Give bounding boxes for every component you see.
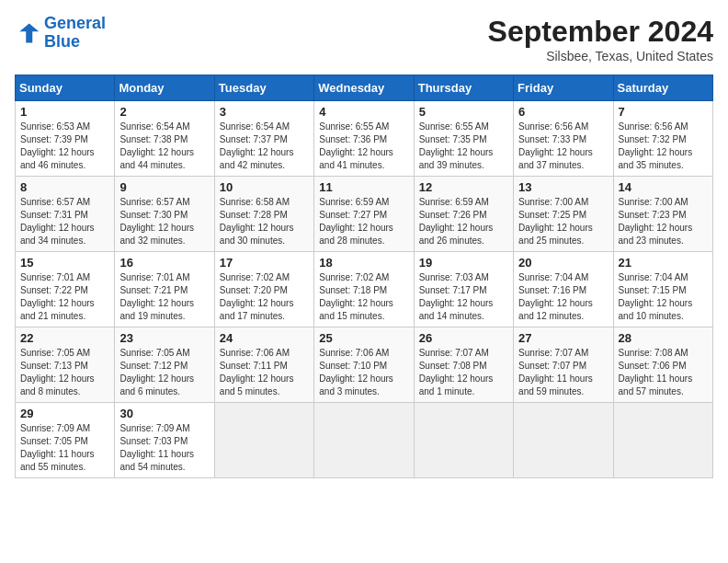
calendar-cell: 13 Sunrise: 7:00 AM Sunset: 7:25 PM Dayl… (514, 177, 613, 252)
cell-content: Sunrise: 7:05 AM Sunset: 7:12 PM Dayligh… (119, 347, 209, 398)
calendar-cell: 5 Sunrise: 6:55 AM Sunset: 7:35 PM Dayli… (414, 101, 513, 177)
cell-content: Sunrise: 6:56 AM Sunset: 7:32 PM Dayligh… (619, 121, 708, 172)
calendar-cell: 2 Sunrise: 6:54 AM Sunset: 7:38 PM Dayli… (115, 101, 214, 177)
sunrise-label: Sunrise: 7:07 AM (419, 348, 489, 358)
sunset-label: Sunset: 7:22 PM (20, 285, 88, 295)
calendar-cell: 29 Sunrise: 7:09 AM Sunset: 7:05 PM Dayl… (16, 403, 115, 478)
calendar-cell: 3 Sunrise: 6:54 AM Sunset: 7:37 PM Dayli… (214, 101, 313, 177)
day-number: 14 (619, 180, 708, 194)
daylight-label: Daylight: 12 hours and 3 minutes. (319, 373, 393, 396)
cell-content: Sunrise: 6:56 AM Sunset: 7:33 PM Dayligh… (518, 121, 608, 172)
day-header-saturday: Saturday (613, 75, 712, 101)
calendar-cell (613, 403, 712, 478)
cell-content: Sunrise: 7:09 AM Sunset: 7:03 PM Dayligh… (119, 422, 209, 474)
cell-content: Sunrise: 7:09 AM Sunset: 7:05 PM Dayligh… (20, 422, 109, 474)
day-number: 1 (20, 105, 109, 119)
day-number: 22 (20, 331, 109, 345)
day-number: 5 (419, 105, 508, 119)
sunrise-label: Sunrise: 7:05 AM (119, 348, 189, 358)
daylight-label: Daylight: 12 hours and 32 minutes. (119, 223, 194, 246)
calendar-cell: 7 Sunrise: 6:56 AM Sunset: 7:32 PM Dayli… (613, 101, 712, 177)
daylight-label: Daylight: 12 hours and 23 minutes. (619, 223, 693, 246)
day-number: 23 (119, 331, 209, 345)
calendar-cell: 8 Sunrise: 6:57 AM Sunset: 7:31 PM Dayli… (16, 177, 115, 252)
daylight-label: Daylight: 12 hours and 12 minutes. (518, 298, 593, 321)
day-number: 24 (220, 331, 309, 345)
sunrise-label: Sunrise: 7:09 AM (119, 423, 189, 433)
day-number: 13 (518, 180, 608, 194)
daylight-label: Daylight: 12 hours and 21 minutes. (20, 298, 95, 321)
calendar-cell (314, 403, 414, 478)
calendar-cell: 16 Sunrise: 7:01 AM Sunset: 7:21 PM Dayl… (115, 252, 214, 327)
cell-content: Sunrise: 7:07 AM Sunset: 7:08 PM Dayligh… (419, 347, 508, 398)
cell-content: Sunrise: 6:57 AM Sunset: 7:30 PM Dayligh… (119, 196, 209, 247)
day-header-friday: Friday (514, 75, 613, 101)
sunset-label: Sunset: 7:36 PM (319, 134, 387, 144)
daylight-label: Daylight: 12 hours and 19 minutes. (119, 298, 194, 321)
calendar-cell: 26 Sunrise: 7:07 AM Sunset: 7:08 PM Dayl… (414, 327, 513, 403)
month-title: September 2024 (488, 15, 713, 49)
sunset-label: Sunset: 7:15 PM (619, 285, 687, 295)
daylight-label: Daylight: 12 hours and 10 minutes. (619, 298, 693, 321)
cell-content: Sunrise: 6:57 AM Sunset: 7:31 PM Dayligh… (20, 196, 109, 247)
day-number: 17 (220, 256, 309, 270)
day-number: 10 (220, 180, 309, 194)
daylight-label: Daylight: 12 hours and 46 minutes. (20, 147, 95, 170)
logo-line2: Blue (44, 32, 80, 51)
day-number: 2 (119, 105, 209, 119)
sunset-label: Sunset: 7:21 PM (119, 285, 188, 295)
sunrise-label: Sunrise: 7:02 AM (319, 272, 389, 282)
cell-content: Sunrise: 7:04 AM Sunset: 7:16 PM Dayligh… (518, 271, 608, 323)
sunrise-label: Sunrise: 7:00 AM (518, 197, 588, 207)
title-block: September 2024 Silsbee, Texas, United St… (488, 15, 713, 63)
calendar-cell: 6 Sunrise: 6:56 AM Sunset: 7:33 PM Dayli… (514, 101, 613, 177)
sunrise-label: Sunrise: 6:59 AM (419, 197, 489, 207)
daylight-label: Daylight: 12 hours and 39 minutes. (419, 147, 494, 170)
calendar-cell: 19 Sunrise: 7:03 AM Sunset: 7:17 PM Dayl… (414, 252, 513, 327)
sunset-label: Sunset: 7:33 PM (518, 134, 586, 144)
sunrise-label: Sunrise: 7:06 AM (319, 348, 389, 358)
daylight-label: Daylight: 12 hours and 26 minutes. (419, 223, 494, 246)
calendar-cell (414, 403, 513, 478)
cell-content: Sunrise: 7:00 AM Sunset: 7:23 PM Dayligh… (619, 196, 708, 247)
daylight-label: Daylight: 12 hours and 37 minutes. (518, 147, 593, 170)
sunset-label: Sunset: 7:26 PM (419, 210, 487, 220)
calendar-cell: 10 Sunrise: 6:58 AM Sunset: 7:28 PM Dayl… (214, 177, 313, 252)
sunrise-label: Sunrise: 7:05 AM (20, 348, 90, 358)
logo-line1: General (44, 14, 106, 32)
calendar-cell: 17 Sunrise: 7:02 AM Sunset: 7:20 PM Dayl… (214, 252, 313, 327)
day-number: 18 (319, 256, 408, 270)
day-number: 26 (419, 331, 508, 345)
sunset-label: Sunset: 7:31 PM (20, 210, 88, 220)
calendar-cell: 11 Sunrise: 6:59 AM Sunset: 7:27 PM Dayl… (314, 177, 414, 252)
sunset-label: Sunset: 7:07 PM (518, 361, 586, 371)
calendar-cell (214, 403, 313, 478)
daylight-label: Daylight: 12 hours and 41 minutes. (319, 147, 393, 170)
day-number: 16 (119, 256, 209, 270)
cell-content: Sunrise: 7:01 AM Sunset: 7:22 PM Dayligh… (20, 271, 109, 323)
daylight-label: Daylight: 12 hours and 17 minutes. (220, 298, 294, 321)
sunrise-label: Sunrise: 6:59 AM (319, 197, 389, 207)
day-number: 20 (518, 256, 608, 270)
day-header-sunday: Sunday (16, 75, 115, 101)
sunrise-label: Sunrise: 6:54 AM (220, 121, 290, 132)
sunrise-label: Sunrise: 6:58 AM (220, 197, 290, 207)
sunset-label: Sunset: 7:25 PM (518, 210, 586, 220)
calendar-cell: 9 Sunrise: 6:57 AM Sunset: 7:30 PM Dayli… (115, 177, 214, 252)
sunset-label: Sunset: 7:12 PM (119, 361, 188, 371)
sunrise-label: Sunrise: 6:55 AM (319, 121, 389, 132)
location: Silsbee, Texas, United States (488, 49, 713, 63)
calendar-row: 29 Sunrise: 7:09 AM Sunset: 7:05 PM Dayl… (16, 403, 713, 478)
day-number: 12 (419, 180, 508, 194)
cell-content: Sunrise: 7:03 AM Sunset: 7:17 PM Dayligh… (419, 271, 508, 323)
sunrise-label: Sunrise: 7:04 AM (518, 272, 588, 282)
cell-content: Sunrise: 7:06 AM Sunset: 7:11 PM Dayligh… (220, 347, 309, 398)
sunrise-label: Sunrise: 6:57 AM (20, 197, 90, 207)
day-header-thursday: Thursday (414, 75, 513, 101)
daylight-label: Daylight: 12 hours and 35 minutes. (619, 147, 693, 170)
page-header: General Blue September 2024 Silsbee, Tex… (15, 15, 713, 63)
calendar-cell: 25 Sunrise: 7:06 AM Sunset: 7:10 PM Dayl… (314, 327, 414, 403)
calendar-row: 15 Sunrise: 7:01 AM Sunset: 7:22 PM Dayl… (16, 252, 713, 327)
cell-content: Sunrise: 7:00 AM Sunset: 7:25 PM Dayligh… (518, 196, 608, 247)
sunset-label: Sunset: 7:23 PM (619, 210, 687, 220)
